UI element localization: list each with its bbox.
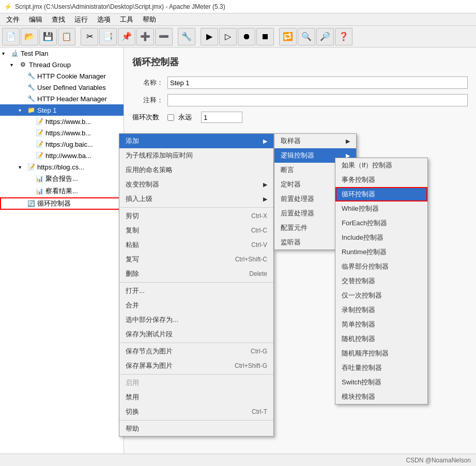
sub2-label-16: 模块控制器 xyxy=(342,392,375,401)
sub2-item-16[interactable]: 模块控制器 xyxy=(335,390,427,404)
ctx-label-17: 保存节点为图片 xyxy=(126,347,173,356)
ctx-item-21[interactable]: 禁用 xyxy=(119,390,273,405)
ctx-label-6: 剪切 xyxy=(126,211,139,221)
ctx-item-15[interactable]: 保存为测试片段 xyxy=(119,327,273,341)
sub2-label-9: 仅一次控制器 xyxy=(342,291,382,300)
ctx-label-8: 粘贴 xyxy=(126,240,139,250)
sub2-item-5[interactable]: Include控制器 xyxy=(335,230,427,245)
sub2-label-7: 临界部分控制器 xyxy=(342,262,389,271)
ctx-shortcut-6: Ctrl-X xyxy=(251,212,267,220)
sub1-arrow-0: ▶ xyxy=(346,138,350,145)
ctx-label-22: 切换 xyxy=(126,407,139,416)
sub2-label-6: Runtime控制器 xyxy=(342,247,387,257)
ctx-item-8[interactable]: 粘贴Ctrl-V xyxy=(119,238,273,252)
ctx-item-9[interactable]: 复写Ctrl+Shift-C xyxy=(119,252,273,267)
ctx-item-3[interactable]: 改变控制器▶ xyxy=(119,177,273,192)
sub1-label-5: 后置处理器 xyxy=(281,209,314,218)
sub2-item-0[interactable]: 如果（If）控制器 xyxy=(335,158,427,173)
ctx-arrow-3: ▶ xyxy=(263,181,267,188)
ctx-label-21: 禁用 xyxy=(126,393,139,402)
ctx-item-2[interactable]: 应用的命名策略 xyxy=(119,163,273,177)
sub1-label-7: 监听器 xyxy=(281,238,301,247)
ctx-label-0: 添加 xyxy=(126,136,139,146)
ctx-label-14: 选中部分保存为... xyxy=(126,315,178,324)
sub2-label-14: 吞吐量控制器 xyxy=(342,363,382,372)
ctx-item-6[interactable]: 剪切Ctrl-X xyxy=(119,209,273,223)
ctx-label-1: 为子线程添加响应时间 xyxy=(126,151,193,160)
ctx-item-14[interactable]: 选中部分保存为... xyxy=(119,313,273,327)
sub2-label-0: 如果（If）控制器 xyxy=(342,161,392,170)
ctx-item-0[interactable]: 添加▶ xyxy=(119,134,273,148)
sub2-item-7[interactable]: 临界部分控制器 xyxy=(335,259,427,274)
sub2-item-12[interactable]: 随机控制器 xyxy=(335,332,427,346)
sub1-label-0: 取样器 xyxy=(281,136,301,146)
sub2-label-1: 事务控制器 xyxy=(342,175,375,184)
sub2-label-2: 循环控制器 xyxy=(342,190,375,199)
sub1-label-1: 逻辑控制器 xyxy=(281,151,314,160)
ctx-shortcut-8: Ctrl-V xyxy=(251,241,267,248)
ctx-label-3: 改变控制器 xyxy=(126,180,159,189)
ctx-item-12[interactable]: 打开... xyxy=(119,284,273,298)
ctx-label-2: 应用的命名策略 xyxy=(126,165,173,175)
sub2-item-6[interactable]: Runtime控制器 xyxy=(335,245,427,259)
ctx-item-17[interactable]: 保存节点为图片Ctrl-G xyxy=(119,344,273,359)
submenu2: 如果（If）控制器事务控制器循环控制器While控制器ForEach控制器Inc… xyxy=(335,158,428,405)
ctx-label-18: 保存屏幕为图片 xyxy=(126,361,173,370)
ctx-shortcut-9: Ctrl+Shift-C xyxy=(235,256,267,263)
ctx-label-4: 插入上级 xyxy=(126,194,152,204)
ctx-shortcut-22: Ctrl-T xyxy=(252,408,267,415)
ctx-separator-11 xyxy=(119,282,273,283)
sub2-item-8[interactable]: 交替控制器 xyxy=(335,274,427,288)
sub2-item-14[interactable]: 吞吐量控制器 xyxy=(335,361,427,375)
ctx-item-13[interactable]: 合并 xyxy=(119,298,273,313)
ctx-item-18[interactable]: 保存屏幕为图片Ctrl+Shift-G xyxy=(119,359,273,373)
ctx-shortcut-7: Ctrl-C xyxy=(251,227,267,234)
ctx-separator-5 xyxy=(119,207,273,208)
ctx-item-4[interactable]: 插入上级▶ xyxy=(119,192,273,206)
ctx-shortcut-10: Delete xyxy=(249,270,267,277)
sub2-item-13[interactable]: 随机顺序控制器 xyxy=(335,346,427,361)
sub1-label-4: 前置处理器 xyxy=(281,194,314,204)
ctx-shortcut-18: Ctrl+Shift-G xyxy=(235,362,267,369)
sub1-label-3: 定时器 xyxy=(281,180,301,189)
ctx-item-10[interactable]: 删除Delete xyxy=(119,267,273,281)
ctx-label-24: 帮助 xyxy=(126,424,139,433)
ctx-label-12: 打开... xyxy=(126,286,145,296)
ctx-arrow-0: ▶ xyxy=(263,138,267,145)
ctx-arrow-4: ▶ xyxy=(263,196,267,203)
sub2-item-11[interactable]: 简单控制器 xyxy=(335,317,427,332)
ctx-label-15: 保存为测试片段 xyxy=(126,330,173,339)
sub1-item-0[interactable]: 取样器▶ xyxy=(274,134,356,148)
sub2-label-3: While控制器 xyxy=(342,204,379,213)
ctx-separator-16 xyxy=(119,343,273,343)
context-overlay: 添加▶为子线程添加响应时间应用的命名策略改变控制器▶插入上级▶剪切Ctrl-X复… xyxy=(0,0,476,466)
sub2-label-10: 录制控制器 xyxy=(342,305,375,315)
ctx-item-20[interactable]: 启用 xyxy=(119,376,273,390)
sub1-label-6: 配置元件 xyxy=(281,223,308,232)
ctx-item-22[interactable]: 切换Ctrl-T xyxy=(119,405,273,419)
sub2-label-4: ForEach控制器 xyxy=(342,219,387,228)
ctx-item-7[interactable]: 复制Ctrl-C xyxy=(119,223,273,238)
ctx-shortcut-17: Ctrl-G xyxy=(251,348,267,355)
sub2-label-11: 简单控制器 xyxy=(342,320,375,329)
sub2-item-3[interactable]: While控制器 xyxy=(335,201,427,216)
ctx-label-9: 复写 xyxy=(126,255,139,264)
sub1-label-2: 断言 xyxy=(281,165,294,175)
ctx-item-24[interactable]: 帮助 xyxy=(119,422,273,436)
sub2-item-4[interactable]: ForEach控制器 xyxy=(335,216,427,230)
context-menu: 添加▶为子线程添加响应时间应用的命名策略改变控制器▶插入上级▶剪切Ctrl-X复… xyxy=(119,133,274,437)
sub2-item-15[interactable]: Switch控制器 xyxy=(335,375,427,390)
sub2-item-2[interactable]: 循环控制器 xyxy=(335,187,427,201)
sub2-item-9[interactable]: 仅一次控制器 xyxy=(335,288,427,303)
ctx-separator-23 xyxy=(119,420,273,421)
sub2-label-13: 随机顺序控制器 xyxy=(342,349,389,358)
sub2-item-1[interactable]: 事务控制器 xyxy=(335,173,427,187)
ctx-separator-19 xyxy=(119,374,273,375)
ctx-label-7: 复制 xyxy=(126,226,139,235)
sub2-label-12: 随机控制器 xyxy=(342,334,375,344)
ctx-label-20: 启用 xyxy=(126,378,139,387)
sub2-item-10[interactable]: 录制控制器 xyxy=(335,303,427,317)
ctx-item-1[interactable]: 为子线程添加响应时间 xyxy=(119,148,273,163)
sub2-label-15: Switch控制器 xyxy=(342,378,381,387)
ctx-label-10: 删除 xyxy=(126,269,139,278)
